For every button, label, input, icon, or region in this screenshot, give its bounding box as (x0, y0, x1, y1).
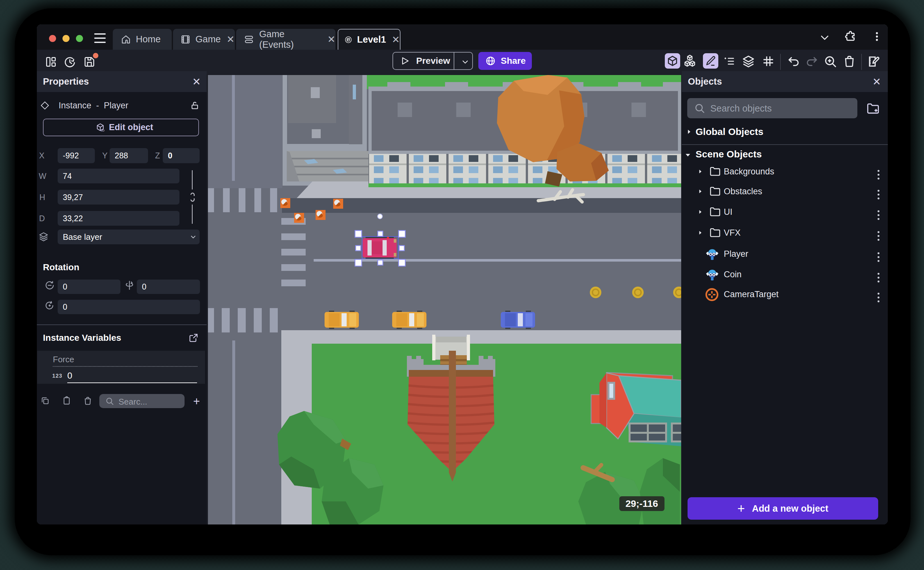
svg-text:3D: 3D (101, 129, 104, 132)
svg-text:29;-116: 29;-116 (625, 498, 658, 509)
